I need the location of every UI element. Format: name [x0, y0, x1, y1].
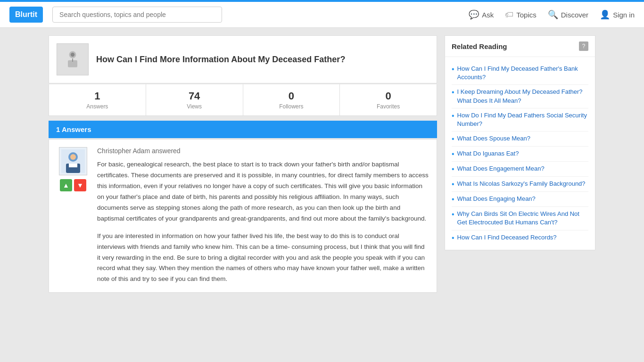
answer-text: For basic, genealogical research, the be… [97, 159, 429, 285]
related-link-2[interactable]: How Do I Find My Dead Fathers Social Sec… [457, 111, 588, 128]
related-list-item: •What Is Nicolas Sarkozy's Family Backgr… [452, 177, 588, 192]
user-avatar [59, 147, 87, 175]
bullet-icon: • [452, 88, 454, 97]
nav-item-ask[interactable]: 💬Ask [469, 9, 494, 20]
bullet-icon: • [452, 65, 454, 74]
related-list-item: •How Can I Find My Deceased Father's Ban… [452, 62, 588, 85]
search-box [52, 7, 222, 23]
stat-label-followers: Followers [247, 103, 336, 110]
discover-icon: 🔍 [548, 9, 558, 20]
related-list-item: •Why Can Birds Sit On Electric Wires And… [452, 207, 588, 230]
related-list-item: •How Do I Find My Dead Fathers Social Se… [452, 108, 588, 132]
related-link-1[interactable]: I Keep Dreaming About My Deceased Father… [457, 88, 588, 105]
nav-item-discover[interactable]: 🔍Discover [548, 9, 588, 20]
signin-icon: 👤 [600, 9, 610, 20]
related-list-item: •I Keep Dreaming About My Deceased Fathe… [452, 85, 588, 108]
svg-point-2 [71, 53, 74, 57]
answer-user: ▲ ▼ [57, 147, 90, 285]
stat-followers: 0Followers [243, 84, 340, 115]
nav-item-signin[interactable]: 👤Sign in [600, 9, 635, 20]
ask-label: Ask [482, 11, 494, 19]
question-avatar [57, 43, 89, 75]
help-button[interactable]: ? [579, 41, 588, 51]
stat-number-followers: 0 [247, 90, 336, 102]
related-link-6[interactable]: What Is Nicolas Sarkozy's Family Backgro… [457, 180, 586, 188]
nav: 💬Ask🏷Topics🔍Discover👤Sign in [469, 9, 635, 20]
stat-answers: 1Answers [49, 84, 146, 115]
related-list-item: •What Does Engaging Mean? [452, 192, 588, 207]
nav-item-topics[interactable]: 🏷Topics [505, 10, 537, 20]
answer-content: Christopher Adam answered For basic, gen… [97, 147, 429, 285]
vote-buttons: ▲ ▼ [60, 179, 86, 191]
related-list-item: •What Does Spouse Mean? [452, 132, 588, 147]
answer-block: ▲ ▼ Christopher Adam answered For basic,… [49, 139, 437, 293]
content-area: How Can I Find More Information About My… [49, 35, 437, 293]
vote-down-button[interactable]: ▼ [74, 179, 86, 191]
related-list-item: •How Can I Find Deceased Records? [452, 230, 588, 245]
related-link-5[interactable]: What Does Engagement Mean? [457, 165, 545, 173]
related-list-item: •What Does Engagement Mean? [452, 162, 588, 177]
topics-label: Topics [516, 11, 537, 19]
related-list-item: •What Do Iguanas Eat? [452, 147, 588, 162]
stat-favorites: 0Favorites [340, 84, 437, 115]
stat-number-views: 74 [150, 90, 239, 102]
signin-label: Sign in [613, 11, 635, 19]
bullet-icon: • [452, 135, 454, 143]
bullet-icon: • [452, 234, 454, 242]
question-card: How Can I Find More Information About My… [49, 35, 437, 83]
answer-paragraph: For basic, genealogical research, the be… [97, 159, 429, 224]
bullet-icon: • [452, 195, 454, 204]
sidebar: Related Reading ? •How Can I Find My Dec… [445, 35, 595, 293]
search-input[interactable] [52, 7, 222, 23]
svg-point-8 [70, 154, 76, 160]
answers-header: 1 Answers [49, 121, 437, 138]
related-reading-title: Related Reading [452, 42, 507, 50]
main-container: How Can I Find More Information About My… [39, 28, 605, 300]
bullet-icon: • [452, 210, 454, 219]
question-title: How Can I Find More Information About My… [96, 55, 345, 65]
stat-label-favorites: Favorites [344, 103, 433, 110]
stat-label-views: Views [150, 103, 239, 110]
related-reading-header: Related Reading ? [445, 36, 595, 57]
svg-rect-7 [69, 164, 77, 167]
related-link-4[interactable]: What Do Iguanas Eat? [457, 149, 519, 158]
answer-paragraph: If you are interested in information on … [97, 231, 429, 285]
answerer-name: Christopher Adam answered [97, 147, 429, 155]
bullet-icon: • [452, 165, 454, 173]
discover-label: Discover [561, 11, 588, 19]
related-link-7[interactable]: What Does Engaging Mean? [457, 195, 536, 203]
related-link-9[interactable]: How Can I Find Deceased Records? [457, 233, 557, 242]
stat-label-answers: Answers [53, 103, 142, 110]
ask-icon: 💬 [469, 9, 479, 20]
related-link-3[interactable]: What Does Spouse Mean? [457, 134, 530, 143]
topics-icon: 🏷 [505, 10, 513, 20]
header: Blurtit 💬Ask🏷Topics🔍Discover👤Sign in [0, 2, 644, 28]
logo[interactable]: Blurtit [9, 7, 43, 23]
bullet-icon: • [452, 112, 454, 120]
related-link-8[interactable]: Why Can Birds Sit On Electric Wires And … [457, 210, 588, 227]
related-link-0[interactable]: How Can I Find My Deceased Father's Bank… [457, 65, 588, 82]
bullet-icon: • [452, 150, 454, 158]
stat-views: 74Views [146, 84, 243, 115]
bullet-icon: • [452, 180, 454, 189]
vote-up-button[interactable]: ▲ [60, 179, 72, 191]
related-list: •How Can I Find My Deceased Father's Ban… [445, 57, 595, 250]
stat-number-favorites: 0 [344, 90, 433, 102]
stat-number-answers: 1 [53, 90, 142, 102]
related-reading-card: Related Reading ? •How Can I Find My Dec… [445, 35, 595, 250]
stats-bar: 1Answers74Views0Followers0Favorites [49, 84, 437, 116]
